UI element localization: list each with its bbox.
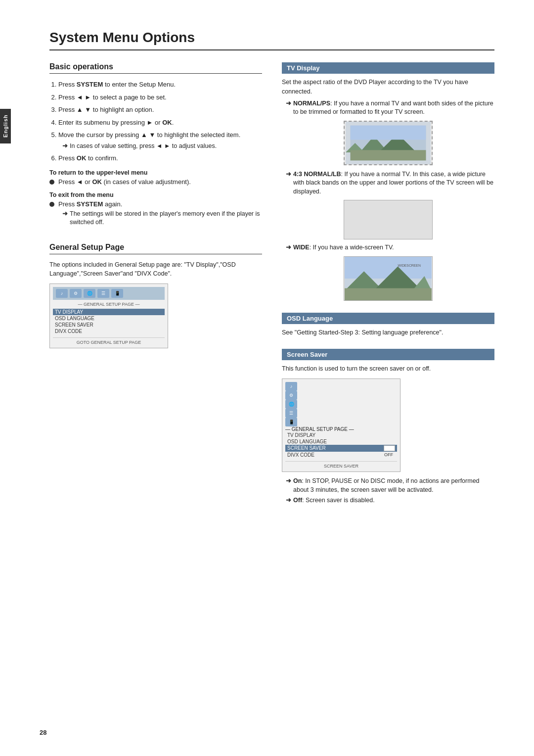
step-2: Press ◄ ► to select a page to be set.	[58, 93, 262, 102]
menu-divx-code: DIVX CODE	[53, 328, 165, 334]
svg-rect-6	[351, 150, 426, 160]
ss-screenshot-footer: SCREEN SAVER	[285, 461, 397, 469]
icon-music: ♪	[56, 289, 68, 298]
exit-text1: Press SYSTEM again.	[58, 200, 262, 208]
left-column: Basic operations Press SYSTEM to enter t…	[49, 62, 262, 517]
icon-list: ☰	[97, 289, 109, 298]
step-1: Press SYSTEM to enter the Setup Menu.	[58, 80, 262, 90]
wide-label: WIDE	[293, 244, 310, 251]
normal-lb-label: 4:3 NORMAL/LB	[293, 171, 341, 178]
bullet-icon-2	[49, 202, 54, 207]
svg-rect-12	[345, 288, 432, 300]
step-4: Enter its submenu by pressing ► or OK.	[58, 118, 262, 128]
page-title: System Menu Options	[49, 30, 494, 50]
landscape-svg-1	[345, 122, 432, 164]
osd-language-desc: See "Getting Started-Step 3: Setting lan…	[282, 328, 494, 337]
basic-operations-section: Basic operations Press SYSTEM to enter t…	[49, 62, 262, 229]
ss-screenshot-icons: ♪ ⚙ 🌐 ☰ 📱	[285, 382, 397, 426]
bullet-icon	[49, 180, 54, 185]
normal-lb-note: ➜ 4:3 NORMAL/LB: If you have a normal TV…	[286, 170, 494, 196]
general-setup-title: General Setup Page	[49, 243, 262, 254]
screen-saver-section: Screen Saver This function is used to tu…	[282, 349, 494, 505]
svg-rect-8	[345, 257, 432, 279]
screenshot-footer: GOTO GENERAL SETUP PAGE	[53, 337, 165, 345]
ops-list: Press SYSTEM to enter the Setup Menu. Pr…	[49, 80, 262, 163]
landscape-svg-3: WIDESCREEN	[344, 257, 432, 300]
on-label: On	[293, 477, 302, 484]
system-bold-1: SYSTEM	[77, 81, 103, 88]
return-title: To return to the upper-level menu	[49, 169, 262, 176]
menu-osd-language: OSD LANGUAGE	[53, 315, 165, 322]
screen-saver-header: Screen Saver	[282, 349, 494, 360]
svg-text:WIDESCREEN: WIDESCREEN	[398, 263, 421, 267]
normal-ps-note: ➜ NORMAL/PS: If you have a normal TV and…	[286, 99, 494, 117]
page: English System Menu Options Basic operat…	[0, 0, 534, 756]
ss-value-off: OFF	[382, 452, 395, 458]
osd-language-section: OSD Language See "Getting Started-Step 3…	[282, 313, 494, 337]
return-text: Press ◄ or OK (in cases of value adjustm…	[58, 178, 191, 186]
icon-device: 📱	[111, 289, 123, 298]
ss-icon-gear: ⚙	[285, 391, 297, 400]
screen-saver-desc: This function is used to turn the screen…	[282, 364, 494, 374]
menu-tv-display: TV DISPLAY	[53, 309, 165, 315]
tv-image-3: WIDESCREEN	[344, 256, 433, 301]
ok-bold-1: OK	[162, 119, 172, 126]
page-number: 28	[40, 729, 46, 736]
tv-display-section: TV Display Set the aspect ratio of the D…	[282, 62, 494, 301]
exit-note: ➜ The settings will be stored in the pla…	[62, 210, 262, 227]
sidebar-tab: English	[0, 109, 11, 143]
return-bullet: Press ◄ or OK (in cases of value adjustm…	[49, 178, 262, 186]
ss-icon-list: ☰	[285, 409, 297, 418]
basic-operations-title: Basic operations	[49, 62, 262, 74]
icon-gear: ⚙	[70, 289, 82, 298]
tv-display-header: TV Display	[282, 62, 494, 74]
right-column: TV Display Set the aspect ratio of the D…	[282, 62, 494, 517]
step-5: Move the cursor by pressing ▲ ▼ to highl…	[58, 130, 262, 150]
tv-display-desc: Set the aspect ratio of the DVD Player a…	[282, 78, 494, 96]
ss-icon-globe: 🌐	[285, 400, 297, 409]
screen-saver-off-note: ➜ Off: Screen saver is disabled.	[286, 496, 494, 505]
step-6: Press OK to confirm.	[58, 153, 262, 163]
system-bold-2: SYSTEM	[77, 200, 103, 208]
menu-screen-saver: SCREEN SAVER	[53, 322, 165, 328]
general-setup-section: General Setup Page The options included …	[49, 243, 262, 349]
screenshot-icons: ♪ ⚙ 🌐 ☰ 📱	[53, 287, 165, 300]
icon-globe: 🌐	[84, 289, 95, 298]
screen-saver-on-note: ➜ On: In STOP, PAUSE or No DISC mode, if…	[286, 477, 494, 494]
tv-image-1	[344, 121, 433, 165]
ss-value-on: ON	[384, 445, 396, 451]
general-setup-screenshot: ♪ ⚙ 🌐 ☰ 📱 — GENERAL SETUP PAGE — TV DISP…	[49, 284, 168, 348]
off-label: Off	[293, 497, 302, 504]
ss-screenshot-title: — GENERAL SETUP PAGE —	[285, 426, 397, 432]
ss-menu-screensaver: SCREEN SAVER ON	[285, 445, 397, 452]
step-3: Press ▲ ▼ to highlight an option.	[58, 105, 262, 115]
ss-icon-device: 📱	[285, 418, 297, 426]
step5-note: ➜ In cases of value setting, press ◄ ► t…	[62, 142, 262, 151]
ss-icon-music: ♪	[285, 382, 297, 391]
screen-saver-screenshot: ♪ ⚙ 🌐 ☰ 📱 — GENERAL SETUP PAGE — TV DISP…	[282, 378, 400, 472]
svg-rect-5	[351, 125, 426, 140]
general-setup-desc: The options included in General Setup pa…	[49, 260, 262, 279]
screenshot-title: — GENERAL SETUP PAGE —	[53, 302, 165, 307]
osd-language-header: OSD Language	[282, 313, 494, 324]
exit-title: To exit from the menu	[49, 191, 262, 198]
ok-bold-2: OK	[77, 154, 87, 162]
normal-ps-label: NORMAL/PS	[293, 100, 330, 107]
tv-image-2	[344, 200, 433, 239]
exit-bullet: Press SYSTEM again. ➜ The settings will …	[49, 200, 262, 229]
ok-bold-3: OK	[92, 178, 102, 186]
ss-menu-osd: OSD LANGUAGE	[285, 438, 397, 445]
ss-menu-tv: TV DISPLAY	[285, 432, 397, 438]
ss-menu-divx: DIVX CODE OFF	[285, 452, 397, 458]
wide-note: ➜ WIDE: If you have a wide-screen TV.	[286, 243, 494, 252]
